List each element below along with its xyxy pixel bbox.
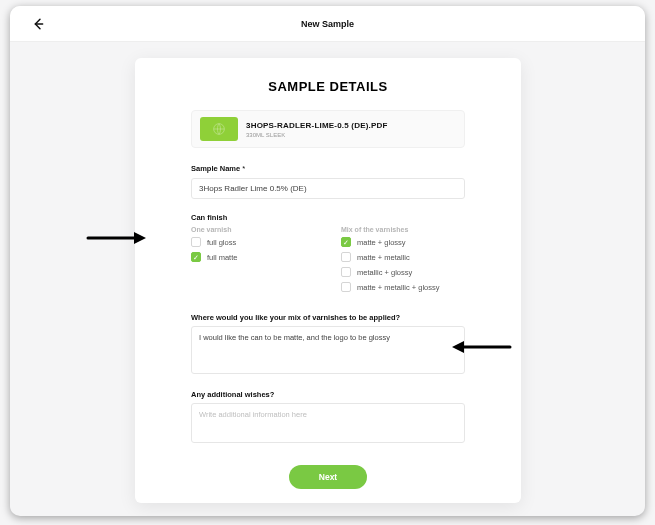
mix-varnish-option[interactable]: matte + metallic bbox=[341, 252, 465, 262]
checkbox-label: matte + metallic bbox=[357, 253, 410, 262]
one-varnish-option[interactable]: full matte bbox=[191, 252, 315, 262]
card-title: SAMPLE DETAILS bbox=[191, 79, 465, 94]
next-button[interactable]: Next bbox=[289, 465, 367, 489]
file-thumb bbox=[200, 117, 238, 141]
mix-varnish-option[interactable]: matte + glossy bbox=[341, 237, 465, 247]
back-button[interactable] bbox=[30, 16, 46, 32]
one-varnish-option[interactable]: full gloss bbox=[191, 237, 315, 247]
can-finish-label: Can finish bbox=[191, 213, 465, 222]
wishes-label: Any additional wishes? bbox=[191, 390, 465, 399]
checkbox-icon bbox=[191, 237, 201, 247]
file-info: 3HOPS-RADLER-LIME-0.5 (DE).PDF 330ML SLE… bbox=[246, 121, 388, 138]
checkbox-label: matte + glossy bbox=[357, 238, 406, 247]
apply-label: Where would you like your mix of varnish… bbox=[191, 313, 465, 322]
mix-varnish-col: Mix of the varnishes matte + glossymatte… bbox=[341, 226, 465, 297]
file-chip[interactable]: 3HOPS-RADLER-LIME-0.5 (DE).PDF 330ML SLE… bbox=[191, 110, 465, 148]
one-varnish-col: One varnish full glossfull matte bbox=[191, 226, 315, 297]
checkbox-icon bbox=[341, 252, 351, 262]
sample-name-label: Sample Name bbox=[191, 164, 465, 173]
page-title: New Sample bbox=[301, 19, 354, 29]
checkbox-label: matte + metallic + glossy bbox=[357, 283, 440, 292]
checkbox-icon bbox=[191, 252, 201, 262]
checkbox-icon bbox=[341, 237, 351, 247]
mix-varnish-option[interactable]: metallic + glossy bbox=[341, 267, 465, 277]
checkbox-label: full matte bbox=[207, 253, 237, 262]
file-size: 330ML SLEEK bbox=[246, 132, 388, 138]
mix-varnish-option[interactable]: matte + metallic + glossy bbox=[341, 282, 465, 292]
top-bar: New Sample bbox=[10, 6, 645, 42]
checkbox-label: metallic + glossy bbox=[357, 268, 412, 277]
arrow-left-icon bbox=[30, 16, 46, 32]
one-varnish-label: One varnish bbox=[191, 226, 315, 233]
checkbox-icon bbox=[341, 282, 351, 292]
wishes-textarea[interactable] bbox=[191, 403, 465, 443]
checkbox-label: full gloss bbox=[207, 238, 236, 247]
can-finish-section: One varnish full glossfull matte Mix of … bbox=[191, 226, 465, 297]
sample-name-input[interactable] bbox=[191, 178, 465, 199]
apply-textarea[interactable] bbox=[191, 326, 465, 374]
globe-icon bbox=[211, 121, 227, 137]
file-name: 3HOPS-RADLER-LIME-0.5 (DE).PDF bbox=[246, 121, 388, 130]
checkbox-icon bbox=[341, 267, 351, 277]
mix-varnish-label: Mix of the varnishes bbox=[341, 226, 465, 233]
app-frame: New Sample SAMPLE DETAILS 3HOPS-RADLER-L… bbox=[10, 6, 645, 516]
sample-details-card: SAMPLE DETAILS 3HOPS-RADLER-LIME-0.5 (DE… bbox=[135, 58, 521, 503]
